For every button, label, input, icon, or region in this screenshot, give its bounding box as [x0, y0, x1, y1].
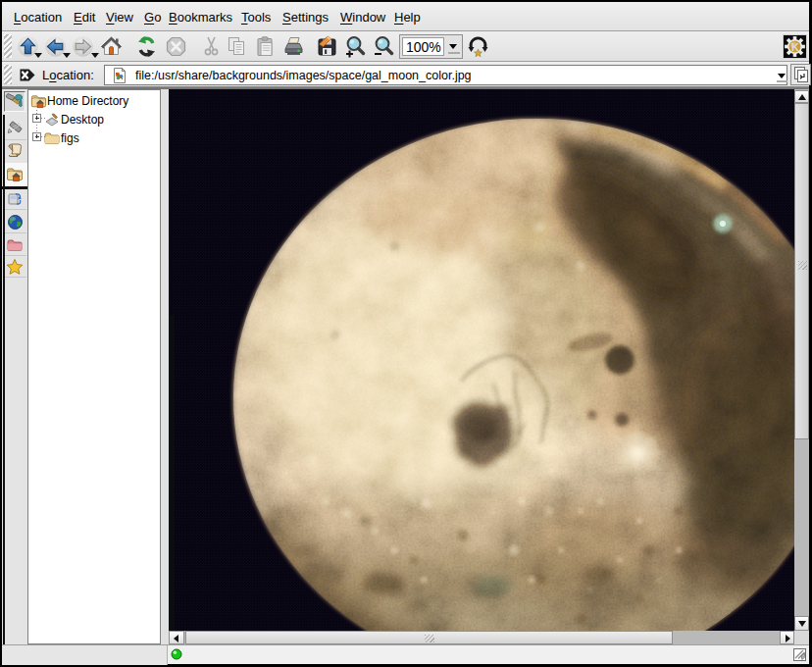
svg-text:K: K — [791, 41, 799, 53]
